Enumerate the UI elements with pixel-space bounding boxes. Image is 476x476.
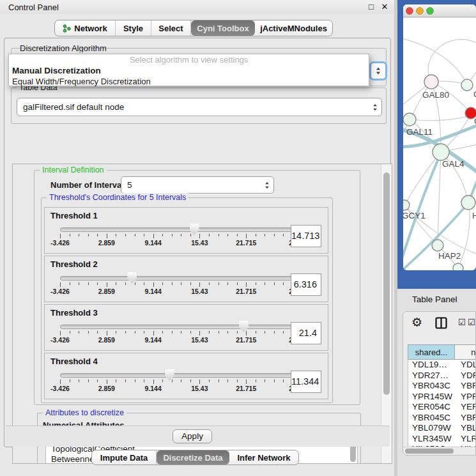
close-window-icon[interactable] <box>406 8 413 15</box>
slider-tick <box>274 331 275 334</box>
tab-select[interactable]: Select <box>151 20 191 36</box>
table-cell[interactable]: YBR045C <box>408 413 456 424</box>
horizontal-scrollbar-track[interactable] <box>403 447 476 455</box>
gear-icon[interactable]: ⚙ <box>411 315 422 330</box>
network-node[interactable] <box>461 79 473 91</box>
network-node[interactable] <box>403 113 416 126</box>
threshold-value-field[interactable]: 11.344 <box>291 371 321 393</box>
table-row[interactable]: YBR043CYBR0 <box>408 381 476 392</box>
slider-tick <box>274 282 275 285</box>
table-row[interactable]: YDL19…YDL1 <box>408 360 476 371</box>
table-cell[interactable]: YER0 <box>456 402 476 413</box>
tab-style[interactable]: Style <box>116 20 151 36</box>
close-window-icon[interactable]: ✕ <box>379 1 390 13</box>
slider-tick <box>283 380 284 382</box>
table-data-combo[interactable]: galFiltered.sif default node <box>17 98 382 116</box>
network-node[interactable] <box>433 144 449 160</box>
network-node[interactable] <box>461 196 475 210</box>
network-window-titlebar[interactable] <box>403 4 476 17</box>
stepper-up-icon <box>376 68 380 70</box>
slider-track[interactable] <box>60 276 293 280</box>
float-window-icon[interactable]: □ <box>365 1 377 13</box>
checkbox-icon[interactable]: ☑ <box>458 318 466 327</box>
threshold-value-field[interactable]: 14.713 <box>291 225 321 247</box>
table-column-header-name[interactable]: na <box>455 344 476 360</box>
table-column-header-shared[interactable]: shared... <box>408 344 455 360</box>
table-data-group: Table Data galFiltered.sif default node <box>11 88 387 124</box>
cyni-toolbox-panel: Discretization Algorithm Table Data galF… <box>4 38 391 447</box>
table-cell[interactable]: YLR3 <box>456 434 476 445</box>
slider-tick <box>237 234 238 236</box>
popup-option-equal-width-frequency[interactable]: Equal Width/Frequency Discretization <box>9 76 369 87</box>
slider-tick <box>97 234 98 236</box>
table-cell[interactable]: YBR043C <box>408 381 456 392</box>
network-node[interactable] <box>424 75 438 89</box>
slider-tick <box>199 380 200 384</box>
network-node-label: GA <box>473 89 476 99</box>
network-canvas[interactable]: GAL80GACGAL11GAL4GCY1HHAP2 <box>397 0 476 289</box>
network-view-area[interactable]: GAL80GACGAL11GAL4GCY1HHAP2 <box>397 0 476 289</box>
network-node-label: GAL80 <box>422 90 449 100</box>
slider-thumb[interactable] <box>165 369 174 381</box>
split-columns-icon[interactable] <box>435 317 447 329</box>
vertical-scrollbar-thumb[interactable] <box>383 173 390 395</box>
popup-option-manual-discretization[interactable]: Manual Discretization <box>9 65 369 76</box>
table-row[interactable]: YBR045CYBR0 <box>408 413 476 424</box>
slider-tick-label: 21.715 <box>236 239 256 247</box>
table-cell[interactable]: YPR1 <box>456 392 476 403</box>
tab-jactivemnodules[interactable]: jActiveMNodules <box>255 20 332 36</box>
table-cell[interactable]: YDL1 <box>456 360 476 371</box>
table-cell[interactable]: YPR145W <box>408 392 456 403</box>
slider-tick-label: 21.715 <box>236 336 256 344</box>
settings-scroll-pane: Interval Definition Number of Intervals … <box>12 164 392 464</box>
threshold-value-field[interactable]: 21.4 <box>291 322 321 344</box>
slider-tick-label: 15.43 <box>191 239 208 247</box>
network-node[interactable] <box>432 240 443 251</box>
slider-tick <box>237 282 238 285</box>
vertical-scrollbar-track[interactable] <box>381 164 392 463</box>
slider-tick-label: 9.144 <box>144 336 161 344</box>
zoom-window-icon[interactable] <box>427 8 434 15</box>
slider-thumb[interactable] <box>127 272 137 284</box>
slider-track[interactable] <box>60 227 293 232</box>
table-row[interactable]: YER054CYER0 <box>408 402 476 413</box>
table-cell[interactable]: YER054C <box>408 402 456 413</box>
slider-tick <box>60 234 61 238</box>
threshold-value-field[interactable]: 6.316 <box>291 273 321 296</box>
table-cell[interactable]: YDL19… <box>408 360 456 371</box>
table-cell[interactable]: YDR2 <box>456 371 476 381</box>
slider-track[interactable] <box>60 373 293 378</box>
slider-tick <box>209 234 210 236</box>
table-cell[interactable]: YBR0 <box>456 413 476 424</box>
table-cell[interactable]: YLR345W <box>408 434 456 445</box>
algorithm-combo-stepper[interactable] <box>369 61 387 81</box>
traffic-light-buttons[interactable] <box>406 8 434 15</box>
slider-track[interactable] <box>60 325 293 329</box>
table-rows[interactable]: YDL19…YDL1YDR27…YDR2YBR043CYBR0YPR145WYP… <box>408 360 476 447</box>
number-of-intervals-combo[interactable]: 5 <box>121 176 274 194</box>
table-cell[interactable]: YDR27… <box>408 371 456 381</box>
table-row[interactable]: YBL079WYBL0 <box>408 423 476 434</box>
apply-button[interactable]: Apply <box>173 429 212 443</box>
table-cell[interactable]: YBL079W <box>408 423 456 434</box>
checkbox-icon[interactable]: ☑ <box>468 318 475 327</box>
tab-impute-data[interactable]: Impute Data <box>92 450 157 464</box>
tab-infer-network[interactable]: Infer Network <box>229 450 298 464</box>
table-cell[interactable]: YBR0 <box>456 381 476 392</box>
horizontal-scrollbar-thumb[interactable] <box>405 449 454 454</box>
tab-network[interactable]: Network <box>55 20 116 36</box>
table-row[interactable]: YPR145WYPR1 <box>408 392 476 403</box>
slider-tick <box>274 380 275 382</box>
popup-placeholder-item[interactable]: Select algorithm to view settings <box>9 54 369 65</box>
tab-discretize-data[interactable]: Discretize Data <box>157 450 229 464</box>
top-tab-bar: NetworkStyleSelectCyni ToolboxjActiveMNo… <box>54 20 333 36</box>
minimize-window-icon[interactable] <box>417 8 424 15</box>
slider-tick <box>79 380 79 382</box>
table-cell[interactable]: YBL0 <box>456 423 476 434</box>
slider-tick-label: 2.859 <box>98 288 115 295</box>
slider-thumb[interactable] <box>239 321 249 332</box>
tab-cyni-toolbox[interactable]: Cyni Toolbox <box>191 20 255 36</box>
slider-thumb[interactable] <box>190 224 199 235</box>
table-row[interactable]: YDR27…YDR2 <box>408 371 476 381</box>
table-row[interactable]: YLR345WYLR3 <box>408 434 476 445</box>
